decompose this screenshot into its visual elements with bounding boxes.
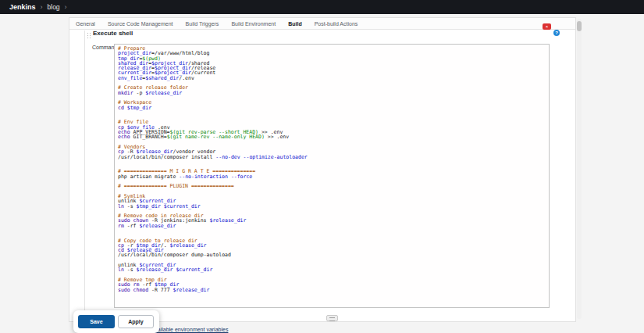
breadcrumb-chevron-icon: › (65, 4, 67, 11)
save-button[interactable]: Save (78, 315, 115, 328)
apply-button[interactable]: Apply (118, 315, 154, 328)
tab-bar: GeneralSource Code ManagementBuild Trigg… (69, 18, 575, 30)
breadcrumb-job-blog[interactable]: blog (48, 3, 60, 11)
config-card: GeneralSource Code ManagementBuild Trigg… (69, 17, 576, 322)
bottom-sticky-bar: Save Apply (73, 310, 159, 333)
tab-post-build-actions[interactable]: Post-build Actions (315, 21, 358, 27)
breadcrumb-chevron-icon: › (41, 4, 43, 11)
tab-build-environment[interactable]: Build Environment (231, 21, 276, 27)
step-title: Execute shell (93, 30, 133, 37)
close-icon: × (546, 24, 549, 29)
scrollbar-thumb[interactable] (577, 21, 582, 31)
top-bar: Jenkins › blog › (0, 0, 644, 14)
drag-handle-icon[interactable] (87, 32, 91, 39)
textarea-resize-handle[interactable] (326, 315, 338, 321)
breadcrumb-jenkins[interactable]: Jenkins (9, 3, 36, 11)
tab-build-triggers[interactable]: Build Triggers (186, 21, 219, 27)
delete-step-button[interactable]: × (543, 23, 551, 30)
step-left-border (84, 30, 85, 313)
command-textarea[interactable]: # Prepareproject_dir=/var/www/html/blogt… (114, 44, 550, 308)
help-icon[interactable]: ? (553, 30, 560, 36)
tab-source-code-management[interactable]: Source Code Management (108, 21, 173, 27)
tab-build[interactable]: Build (288, 21, 302, 27)
tab-general[interactable]: General (76, 21, 95, 27)
scrollbar-track (577, 19, 582, 319)
